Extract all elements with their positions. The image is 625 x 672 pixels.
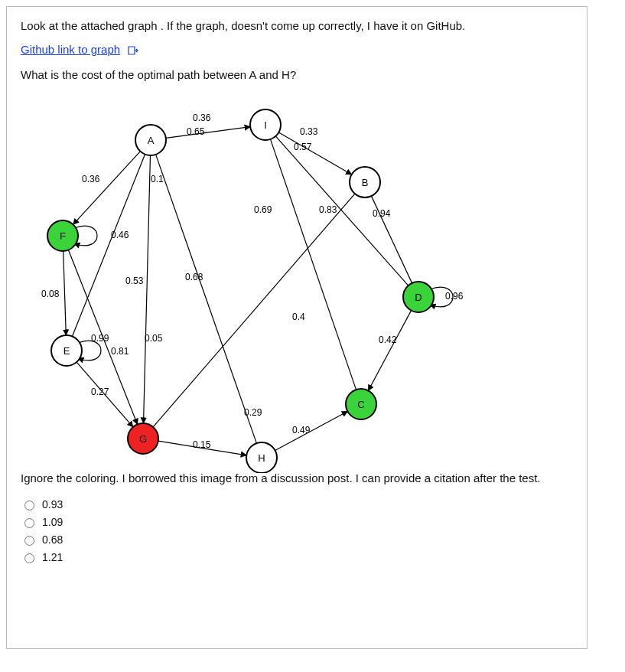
answer-radio[interactable] [24, 553, 34, 563]
graph-node-C [346, 389, 376, 419]
graph-node-D [403, 282, 434, 312]
edge-weight: 0.33 [300, 126, 318, 137]
edge-weight: 0.36 [82, 174, 100, 184]
answer-radio[interactable] [24, 536, 34, 546]
answer-radio[interactable] [24, 518, 34, 528]
graph-node-G [128, 423, 158, 454]
svg-line-1 [278, 132, 351, 175]
edge-weight: 0.83 [319, 204, 337, 215]
graph-node-E [51, 335, 82, 366]
edge-weight: 0.99 [91, 333, 109, 344]
question-note: Ignore the coloring. I borrowed this ima… [21, 471, 573, 484]
answer-label: 1.09 [42, 516, 63, 528]
answer-label: 1.21 [42, 551, 63, 563]
edge-weight: 0.27 [91, 387, 109, 397]
svg-line-15 [275, 411, 348, 450]
edge-weight: 0.68 [185, 272, 203, 282]
edge-weight: 0.42 [379, 334, 397, 345]
edge-weight: 0.49 [292, 425, 311, 435]
question-link-line: Github link to graph [21, 41, 573, 59]
edge-weight: 0.46 [111, 230, 129, 240]
question-text: Look at the attached graph . If the grap… [21, 18, 573, 83]
svg-line-7 [270, 139, 356, 390]
question-line-1: Look at the attached graph . If the grap… [21, 18, 573, 34]
graph-node-A [135, 125, 166, 155]
edge-weight: 0.81 [111, 346, 129, 357]
question-line-2: What is the cost of the optimal path bet… [21, 67, 573, 83]
edge-weight: 0.96 [445, 291, 464, 302]
graph-node-B [350, 167, 380, 197]
answer-label: 0.68 [42, 533, 63, 546]
edge-weight: 0.05 [145, 333, 163, 344]
answer-option[interactable]: 1.21 [21, 551, 573, 563]
svg-line-2 [73, 152, 141, 225]
svg-line-8 [371, 196, 412, 283]
edge-weight: 0.69 [254, 204, 272, 215]
svg-line-5 [156, 155, 257, 443]
external-link-icon [128, 43, 138, 59]
graph-node-I [250, 109, 281, 140]
answer-option[interactable]: 0.68 [21, 533, 573, 546]
edge-weight: 0.1 [151, 174, 164, 184]
svg-line-14 [158, 441, 247, 455]
answer-label: 0.93 [42, 498, 63, 511]
answer-option[interactable]: 0.93 [21, 498, 573, 511]
github-link[interactable]: Github link to graph [21, 43, 120, 56]
edge-weight: 0.65 [187, 126, 205, 137]
svg-line-11 [68, 250, 137, 425]
question-card: Look at the attached graph . If the grap… [6, 6, 588, 649]
answer-option[interactable]: 1.09 [21, 516, 573, 528]
graph-node-H [246, 442, 277, 473]
svg-line-0 [166, 127, 250, 139]
graph-diagram: 0.360.650.330.570.360.10.680.690.830.40.… [21, 90, 480, 465]
edge-weight: 0.57 [294, 142, 312, 152]
svg-line-13 [76, 362, 133, 427]
edge-weight: 0.4 [292, 312, 305, 322]
svg-line-10 [368, 311, 411, 391]
edge-weight: 0.36 [193, 113, 211, 123]
graph-node-F [47, 220, 78, 251]
svg-line-4 [144, 155, 151, 423]
svg-line-6 [275, 136, 408, 285]
svg-line-12 [63, 251, 67, 335]
edge-weight: 0.08 [41, 289, 60, 299]
answer-radio[interactable] [24, 501, 34, 511]
answer-options: 0.931.090.681.21 [21, 498, 573, 563]
edge-weight: 0.53 [125, 276, 144, 286]
svg-line-9 [153, 194, 355, 427]
